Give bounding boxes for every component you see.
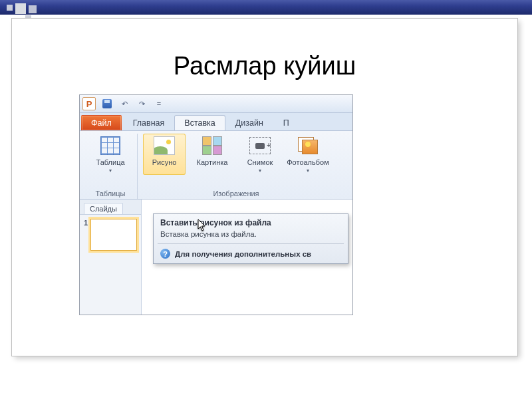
tab-insert[interactable]: Вставка — [174, 115, 225, 130]
slide-top-border — [0, 0, 532, 15]
tooltip-title: Вставить рисунок из файла — [154, 214, 348, 230]
clipart-icon — [202, 136, 222, 155]
decorative-squares — [7, 4, 39, 16]
ribbon-tabs: Файл Главная Вставка Дизайн П — [80, 113, 352, 131]
pane-tabs: Слайды — [80, 200, 141, 215]
qat-overflow-button[interactable]: = — [153, 98, 165, 110]
tooltip-body: Вставка рисунка из файла. — [154, 230, 348, 243]
screenshot-button[interactable]: Снимок ▾ — [239, 134, 281, 175]
save-button[interactable] — [101, 98, 113, 110]
photo-album-button[interactable]: Фотоальбом ▾ — [287, 134, 329, 175]
tab-file[interactable]: Файл — [81, 115, 122, 130]
table-icon — [100, 136, 120, 155]
tooltip: Вставить рисунок из файла Вставка рисунк… — [153, 213, 348, 264]
clipart-label: Картинка — [197, 158, 228, 166]
presentation-slide-frame: Расмлар куйиш P ↶ ↷ = Файл Главная Встав… — [12, 19, 517, 356]
tooltip-help-row: ? Для получения дополнительных св — [154, 244, 348, 263]
slide-thumbnail-row[interactable]: 1 — [80, 215, 141, 255]
powerpoint-logo-icon: P — [82, 97, 96, 110]
group-images: Рисуно ▾ Картинка ▾ Снимок ▾ — [138, 134, 334, 199]
group-tables: Таблица ▾ Таблицы — [84, 134, 138, 199]
tab-design[interactable]: Дизайн — [225, 115, 273, 130]
save-icon — [102, 99, 112, 108]
screenshot-label: Снимок — [247, 158, 273, 166]
slide-thumbnail[interactable] — [90, 219, 137, 251]
screenshot-icon — [249, 137, 271, 154]
app-titlebar: P ↶ ↷ = — [80, 95, 352, 113]
photo-album-label: Фотоальбом — [287, 158, 329, 166]
help-icon: ? — [160, 249, 170, 259]
pane-tab-slides[interactable]: Слайды — [84, 203, 123, 214]
page-title: Расмлар куйиш — [12, 52, 517, 80]
tooltip-help-text: Для получения дополнительных св — [175, 250, 311, 258]
clipart-button[interactable]: Картинка ▾ — [191, 134, 233, 175]
tab-trailing[interactable]: П — [273, 115, 291, 130]
insert-picture-button[interactable]: Рисуно ▾ — [143, 134, 186, 175]
redo-button[interactable]: ↷ — [136, 98, 148, 110]
picture-icon — [154, 136, 175, 155]
ribbon: Таблица ▾ Таблицы Рисуно ▾ Картинка — [80, 131, 352, 200]
powerpoint-window: P ↶ ↷ = Файл Главная Вставка Дизайн П Та… — [80, 95, 352, 315]
group-images-label: Изображения — [213, 188, 259, 199]
slide-thumbnail-panel: Слайды 1 — [80, 200, 142, 315]
undo-button[interactable]: ↶ — [118, 98, 130, 110]
photo-album-icon — [298, 137, 318, 154]
table-button[interactable]: Таблица ▾ — [89, 134, 132, 175]
table-button-label: Таблица — [96, 158, 124, 166]
chevron-down-icon: ▾ — [307, 168, 309, 174]
chevron-down-icon: ▾ — [259, 168, 261, 174]
chevron-down-icon: ▾ — [109, 168, 112, 174]
insert-picture-label: Рисуно — [152, 158, 177, 166]
group-tables-label: Таблицы — [96, 188, 126, 199]
slide-number: 1 — [84, 219, 88, 251]
tab-home[interactable]: Главная — [123, 115, 175, 130]
